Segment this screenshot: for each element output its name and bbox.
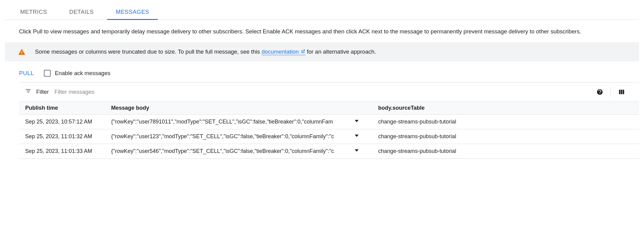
intro-text: Click Pull to view messages and temporar… bbox=[5, 20, 639, 42]
col-expand bbox=[341, 101, 372, 114]
enable-ack-checkbox[interactable]: Enable ack messages bbox=[44, 70, 111, 77]
column-settings-button[interactable] bbox=[611, 87, 632, 97]
table-row: Sep 25, 2023, 11:01:33 AM{"rowKey":"user… bbox=[19, 144, 639, 158]
pull-button[interactable]: PULL bbox=[19, 70, 34, 77]
svg-rect-3 bbox=[619, 89, 621, 94]
filter-icon bbox=[25, 88, 31, 96]
documentation-link[interactable]: documentation bbox=[262, 48, 305, 55]
messages-table: Publish time Message body body.sourceTab… bbox=[19, 101, 639, 159]
filter-bar: Filter bbox=[19, 82, 639, 101]
tab-metrics[interactable]: METRICS bbox=[19, 5, 48, 20]
tab-details[interactable]: DETAILS bbox=[68, 5, 95, 20]
tab-messages[interactable]: MESSAGES bbox=[114, 5, 150, 20]
cell-message-body: {"rowKey":"user123","modType":"SET_CELL"… bbox=[105, 129, 341, 144]
warning-icon bbox=[18, 49, 25, 55]
cell-source-table: change-streams-pubsub-tutorial bbox=[372, 129, 639, 144]
help-icon bbox=[596, 89, 603, 95]
chevron-down-icon bbox=[353, 118, 360, 124]
filter-label: Filter bbox=[36, 89, 49, 95]
checkbox-box-icon bbox=[44, 70, 51, 77]
col-publish-time[interactable]: Publish time bbox=[19, 101, 105, 114]
svg-rect-0 bbox=[21, 51, 22, 53]
banner-text-before: Some messages or columns were truncated … bbox=[35, 48, 262, 55]
svg-rect-5 bbox=[623, 89, 624, 94]
table-row: Sep 25, 2023, 10:57:12 AM{"rowKey":"user… bbox=[19, 114, 639, 129]
controls-row: PULL Enable ack messages bbox=[5, 70, 639, 82]
col-message-body[interactable]: Message body bbox=[105, 101, 341, 114]
cell-publish-time: Sep 25, 2023, 11:01:32 AM bbox=[19, 129, 105, 144]
columns-icon bbox=[618, 89, 625, 95]
svg-rect-4 bbox=[621, 89, 623, 94]
cell-source-table: change-streams-pubsub-tutorial bbox=[372, 144, 639, 158]
banner-text-after: for an alternative approach. bbox=[305, 48, 376, 55]
help-button[interactable] bbox=[589, 87, 611, 97]
svg-rect-1 bbox=[21, 53, 22, 54]
expand-row-button[interactable] bbox=[341, 129, 372, 144]
expand-row-button[interactable] bbox=[341, 114, 372, 129]
banner-text: Some messages or columns were truncated … bbox=[35, 48, 376, 55]
cell-message-body: {"rowKey":"user546","modType":"SET_CELL"… bbox=[105, 144, 341, 158]
chevron-down-icon bbox=[353, 147, 360, 154]
expand-row-button[interactable] bbox=[341, 144, 372, 158]
cell-publish-time: Sep 25, 2023, 10:57:12 AM bbox=[19, 114, 105, 129]
tab-bar: METRICS DETAILS MESSAGES bbox=[5, 5, 639, 20]
enable-ack-label: Enable ack messages bbox=[55, 70, 111, 77]
cell-publish-time: Sep 25, 2023, 11:01:33 AM bbox=[19, 144, 105, 158]
external-link-icon bbox=[301, 49, 305, 54]
col-source-table[interactable]: body.sourceTable bbox=[372, 101, 639, 114]
table-row: Sep 25, 2023, 11:01:32 AM{"rowKey":"user… bbox=[19, 129, 639, 144]
cell-message-body: {"rowKey":"user7891011","modType":"SET_C… bbox=[105, 114, 341, 129]
chevron-down-icon bbox=[353, 132, 360, 139]
cell-source-table: change-streams-pubsub-tutorial bbox=[372, 114, 639, 129]
truncation-banner: Some messages or columns were truncated … bbox=[5, 42, 639, 61]
filter-input[interactable] bbox=[54, 88, 146, 96]
documentation-link-text: documentation bbox=[262, 48, 299, 55]
